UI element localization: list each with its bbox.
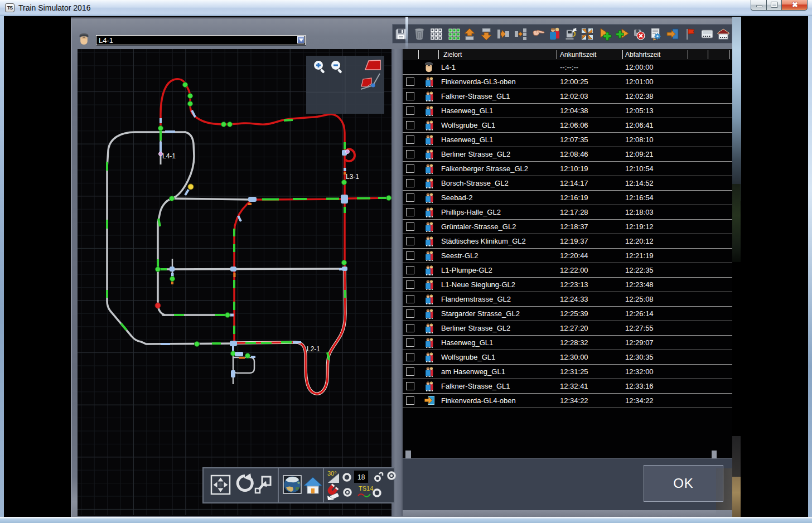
svg-text:18: 18	[357, 473, 365, 481]
svg-text:L3-1: L3-1	[346, 173, 359, 181]
svg-text:TS14: TS14	[359, 485, 373, 492]
svg-text:30°: 30°	[327, 470, 337, 477]
svg-text:L4-1: L4-1	[162, 152, 176, 160]
svg-text:L2-1: L2-1	[307, 345, 320, 353]
